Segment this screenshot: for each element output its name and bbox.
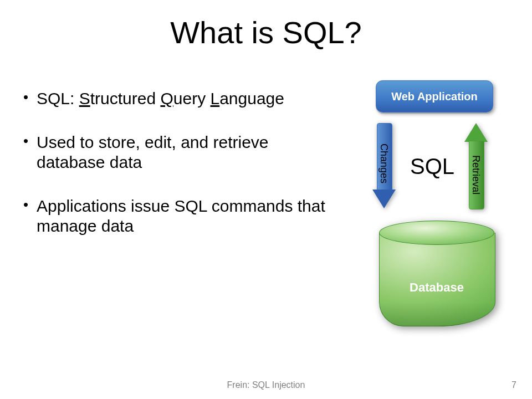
bullet-list: SQL: Structured Query Language Used to s… — [21, 89, 331, 260]
slide-title: What is SQL? — [0, 14, 532, 50]
page-number: 7 — [511, 380, 516, 390]
changes-arrow-icon: Changes — [372, 123, 396, 208]
retrieval-arrow-icon: Retrieval — [464, 123, 488, 208]
underline-q: Q — [160, 89, 173, 108]
changes-label: Changes — [378, 139, 390, 188]
footer-text: Frein: SQL Injection — [0, 380, 532, 390]
slide: What is SQL? SQL: Structured Query Langu… — [0, 0, 532, 399]
bullet-text-prefix: SQL: — [37, 89, 79, 108]
text: tructured — [90, 89, 161, 108]
web-application-box: Web Application — [376, 80, 493, 112]
database-label: Database — [379, 280, 494, 295]
bullet-item: Used to store, edit, and retrieve databa… — [21, 132, 331, 173]
database-cylinder-icon: Database — [379, 221, 494, 338]
retrieval-label: Retrieval — [470, 147, 482, 203]
underline-s: S — [79, 89, 90, 108]
underline-l: L — [211, 89, 220, 108]
bullet-item: Applications issue SQL commands that man… — [21, 196, 331, 237]
bullet-text: Used to store, edit, and retrieve databa… — [37, 133, 269, 172]
bullet-text: Applications issue SQL commands that man… — [37, 197, 325, 236]
text: anguage — [219, 89, 284, 108]
web-application-label: Web Application — [391, 90, 478, 103]
bullet-item: SQL: Structured Query Language — [21, 89, 331, 109]
sql-center-label: SQL — [410, 154, 454, 179]
text: uery — [173, 89, 211, 108]
